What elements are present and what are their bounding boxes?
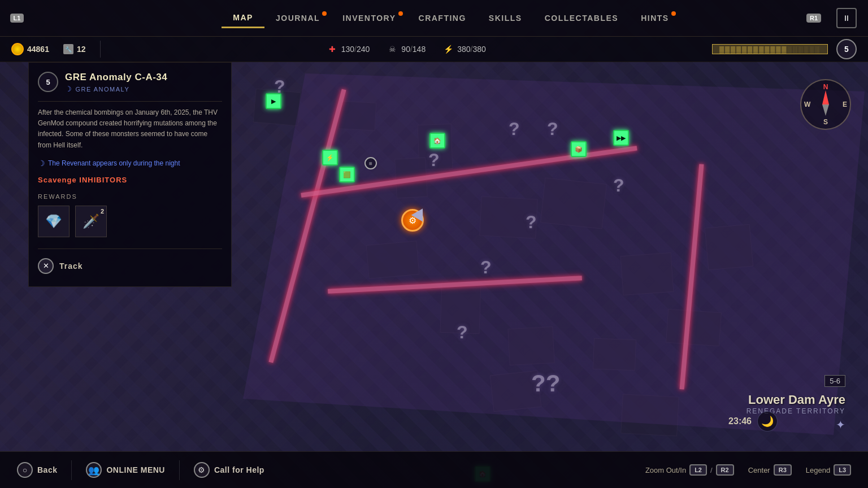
tab-inventory[interactable]: INVENTORY xyxy=(331,9,407,27)
hud-stats: ✚ 130/240 ☠ 90/148 ⚡ 380/380 xyxy=(115,43,698,55)
compass-east: E xyxy=(843,101,847,108)
journal-notification xyxy=(322,11,327,16)
nav-right-area: R1 ⏸ xyxy=(797,0,857,37)
time-moon-badge: 🌙 xyxy=(757,411,778,432)
bolt-stat: ⚡ 380/380 xyxy=(442,43,486,55)
call-for-help-label: Call for Help xyxy=(214,465,264,474)
reward-item-2: 2 🗡️ xyxy=(75,206,107,237)
tab-hints[interactable]: HINTS xyxy=(630,9,680,27)
quest-title-area: GRE Anomaly C-A-34 ☽ GRE ANOMALY xyxy=(65,72,222,93)
online-menu-button[interactable]: 👥 ONLINE MENU xyxy=(86,462,165,478)
nav-left-button[interactable]: L1 xyxy=(0,0,34,37)
skull-icon: ☠ xyxy=(387,43,398,55)
r3-badge[interactable]: R3 xyxy=(774,464,792,476)
area-level-badge: 5-6 xyxy=(824,375,845,387)
map-icon-location[interactable]: 📦 xyxy=(571,141,587,157)
bottom-bar: ○ Back 👥 ONLINE MENU ⚙ Call for Help Zoo… xyxy=(0,451,868,488)
health-icon: ✚ xyxy=(327,43,338,55)
track-button-icon: ✕ xyxy=(38,258,54,274)
track-button-label: Track xyxy=(59,262,83,271)
center-control: Center R3 xyxy=(748,464,792,476)
tab-skills[interactable]: SKILLS xyxy=(478,9,533,27)
map-icon-location[interactable]: 🟩 xyxy=(339,167,355,182)
coins-display: 44861 xyxy=(11,43,49,55)
map-icon-location[interactable]: 🏠 xyxy=(429,133,445,149)
tools-display: 🔧 12 xyxy=(63,44,86,54)
map-unknown: ? xyxy=(526,212,537,233)
compass-south: S xyxy=(823,118,828,126)
track-button[interactable]: ✕ Track xyxy=(38,255,222,277)
tab-journal[interactable]: JOURNAL xyxy=(264,9,331,27)
rewards-list: 💎 2 🗡️ xyxy=(38,206,222,237)
l3-badge[interactable]: L3 xyxy=(834,464,851,476)
night-moon-icon: ☽ xyxy=(38,159,45,168)
r2-badge[interactable]: R2 xyxy=(716,464,734,476)
player-icon: ⚙ xyxy=(401,209,424,232)
r1-badge[interactable]: R1 xyxy=(806,14,821,23)
coin-icon xyxy=(11,43,24,55)
rewards-label: REWARDS xyxy=(38,193,222,200)
tab-crafting[interactable]: CRAFTING xyxy=(407,9,478,27)
compass-north: N xyxy=(823,83,828,91)
time-value: 23:46 xyxy=(728,416,752,426)
pause-button[interactable]: ⏸ xyxy=(836,8,857,28)
map-waypoint[interactable]: ≡ xyxy=(364,157,377,169)
moon-icon: ☽ xyxy=(65,85,73,93)
area-name: Lower Dam Ayre xyxy=(747,393,845,407)
tab-map[interactable]: MAP xyxy=(222,8,264,28)
compass-west: W xyxy=(804,101,810,108)
map-unknown: ? xyxy=(509,119,520,140)
quest-scavenge-info: Scavenge INHIBITORS xyxy=(38,176,222,184)
l2-badge[interactable]: L2 xyxy=(689,464,707,476)
compass: N S W E xyxy=(800,79,851,130)
back-button[interactable]: ○ Back xyxy=(17,462,57,478)
zoom-label: Zoom Out/In xyxy=(645,466,686,474)
skull-value: 90/148 xyxy=(401,45,426,54)
hints-notification xyxy=(671,11,676,16)
map-icon-location[interactable]: ▶▶ xyxy=(613,130,629,146)
map-unknown: ? xyxy=(274,76,285,97)
reward-icon-1: 💎 xyxy=(45,213,62,229)
help-icon: ⚙ xyxy=(194,462,210,478)
legend-label: Legend xyxy=(806,466,830,474)
bottom-separator-2 xyxy=(179,460,180,480)
health-value: 130/240 xyxy=(341,45,370,54)
hud-bar: 44861 🔧 12 ✚ 130/240 ☠ 90/148 ⚡ 380/380 … xyxy=(0,37,868,62)
map-unknown: ? xyxy=(480,257,492,278)
tools-value: 12 xyxy=(77,45,86,54)
l1-badge[interactable]: L1 xyxy=(10,14,24,23)
nav-right-button[interactable]: R1 xyxy=(797,0,831,37)
quest-header: 5 GRE Anomaly C-A-34 ☽ GRE ANOMALY xyxy=(38,72,222,93)
nav-tabs: MAP JOURNAL INVENTORY CRAFTING SKILLS CO… xyxy=(34,8,868,28)
xp-progress: ▓▓▓▓▓▓▓▓▓▓▓▓░░░░░░ xyxy=(712,44,828,54)
reward-icon-2: 🗡️ xyxy=(83,213,99,229)
online-icon: 👥 xyxy=(86,462,102,478)
bottom-separator xyxy=(71,460,72,480)
map-unknown-large: ?? xyxy=(531,370,560,397)
compass-ring: N S W E xyxy=(800,79,851,130)
hud-right: ▓▓▓▓▓▓▓▓▓▓▓▓░░░░░░ 5 xyxy=(712,39,857,59)
quest-level: 5 xyxy=(38,72,58,92)
coins-value: 44861 xyxy=(27,45,49,54)
bolt-icon: ⚡ xyxy=(442,43,454,55)
reward-count-2: 2 xyxy=(101,208,104,215)
player-level-badge: 5 xyxy=(836,39,857,59)
quest-name: GRE Anomaly C-A-34 xyxy=(65,72,222,83)
top-navigation: L1 MAP JOURNAL INVENTORY CRAFTING SKILLS… xyxy=(0,0,868,37)
tab-collectables[interactable]: COLLECTABLES xyxy=(533,9,630,27)
time-display: 23:46 🌙 xyxy=(728,411,778,432)
health-stat: ✚ 130/240 xyxy=(327,43,370,55)
center-label: Center xyxy=(748,466,770,474)
map-unknown: ? xyxy=(457,322,468,343)
quest-description: After the chemical bombings on January 6… xyxy=(38,107,222,151)
inventory-notification xyxy=(398,11,403,16)
bottom-left-controls: ○ Back 👥 ONLINE MENU ⚙ Call for Help xyxy=(17,460,264,480)
map-unknown: ? xyxy=(428,150,440,171)
call-for-help-button[interactable]: ⚙ Call for Help xyxy=(194,462,264,478)
hud-divider xyxy=(100,41,101,58)
map-icon-location[interactable]: ⚡ xyxy=(322,150,338,165)
legend-control: Legend L3 xyxy=(806,464,851,476)
area-level-row: 5-6 xyxy=(747,375,845,390)
online-menu-label: ONLINE MENU xyxy=(106,465,165,474)
back-icon: ○ xyxy=(17,462,33,478)
